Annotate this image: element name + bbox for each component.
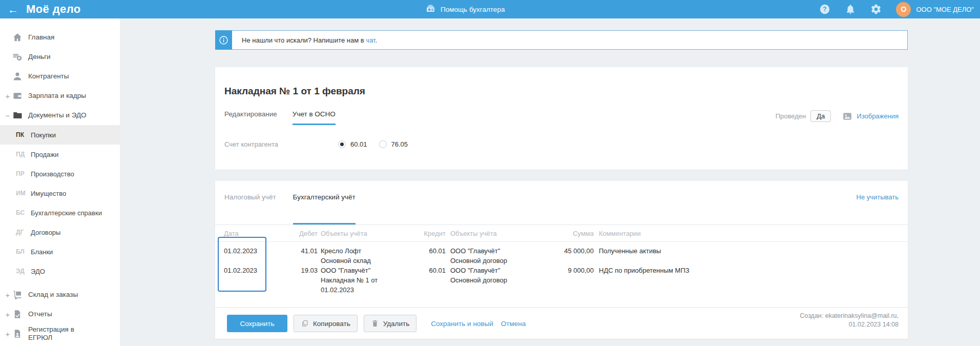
- banner-text: Не нашли что искали? Напишите нам в чат.: [242, 36, 377, 44]
- expand-plus-icon[interactable]: +: [4, 330, 11, 338]
- sidebar: Главная ₽ Деньги Контрагенты + Зарплата …: [0, 18, 120, 346]
- help-icon[interactable]: ?: [819, 4, 830, 15]
- account-radio-7605[interactable]: 76.05: [379, 140, 408, 148]
- wallet-icon: [12, 91, 23, 101]
- posted-label: Проведен: [776, 112, 806, 120]
- app-logo[interactable]: Моё дело: [26, 3, 81, 16]
- report-document-icon: [12, 309, 23, 319]
- created-info: Создан: ekaterinaksylina@mail.ru, 01.02.…: [800, 312, 899, 329]
- person-icon: [12, 71, 23, 82]
- header-left: ← Моё дело: [0, 3, 126, 16]
- sidebar-subitem-purchases[interactable]: ПК Покупки: [0, 125, 120, 145]
- tab-tax-accounting[interactable]: Налоговый учёт: [224, 181, 276, 225]
- sidebar-subitem-contracts[interactable]: ДГ Договоры: [0, 222, 120, 242]
- sidebar-item-reports[interactable]: + Отчеты: [0, 304, 120, 324]
- col-header-comment: Комментарии: [594, 230, 899, 237]
- accounting-card: Налоговый учёт Бухгалтерский учёт Не учи…: [215, 181, 908, 339]
- copy-button[interactable]: Копировать: [294, 315, 358, 332]
- cell-credit: 60.01: [415, 266, 446, 275]
- ignore-link[interactable]: Не учитывать: [857, 193, 899, 201]
- posted-value-badge[interactable]: Да: [810, 110, 831, 122]
- cell-credit-objects: ООО "Главучёт" Основной договор: [446, 246, 533, 266]
- sidebar-item-documents[interactable]: − Документы и ЭДО: [0, 106, 120, 125]
- save-button[interactable]: Сохранить: [227, 315, 287, 332]
- cell-date[interactable]: 01.02.2023: [224, 246, 283, 256]
- sidebar-item-home[interactable]: Главная: [0, 28, 120, 47]
- col-header-amount: Сумма: [533, 230, 594, 237]
- images-link[interactable]: Изображения: [857, 112, 899, 120]
- sidebar-item-money[interactable]: ₽ Деньги: [0, 47, 120, 67]
- accounting-tabs: Налоговый учёт Бухгалтерский учёт Не учи…: [215, 181, 908, 225]
- accountant-help-link[interactable]: Помощь бухгалтера: [425, 0, 505, 18]
- images-icon: [842, 111, 852, 121]
- company-name[interactable]: ООО "МОЕ ДЕЛО": [916, 6, 974, 13]
- document-tabs-row: Редактирование Учет в ОСНО Проведен Да И…: [224, 110, 899, 125]
- col-header-date: Дата: [224, 230, 283, 237]
- sidebar-subitem-forms[interactable]: БЛ Бланки: [0, 242, 120, 261]
- settings-gear-icon[interactable]: [870, 4, 882, 15]
- tab-osno-accounting[interactable]: Учет в ОСНО: [293, 110, 336, 125]
- table-row[interactable]: 01.02.2023 19.03 ООО "Главучёт" Накладна…: [215, 266, 908, 295]
- copy-icon: [301, 319, 309, 328]
- sidebar-subitem-sales[interactable]: ПД Продажи: [0, 145, 120, 164]
- expand-plus-icon[interactable]: +: [4, 310, 11, 319]
- app-shell: Главная ₽ Деньги Контрагенты + Зарплата …: [0, 18, 980, 346]
- sidebar-item-payroll[interactable]: + Зарплата и кадры: [0, 86, 120, 106]
- contractor-account-row: Счет контрагента 60.01 76.05: [224, 140, 899, 148]
- cell-credit-objects: ООО "Главучёт" Основной договор: [446, 266, 533, 285]
- trash-icon: [371, 319, 379, 328]
- col-header-debit: Дебет: [283, 230, 318, 237]
- cell-credit: 60.01: [415, 246, 446, 256]
- col-header-credit: Кредит: [415, 230, 446, 237]
- page-title: Накладная № 1 от 1 февраля: [224, 67, 899, 97]
- cash-register-icon: [425, 3, 436, 15]
- collapse-minus-icon[interactable]: −: [4, 111, 11, 120]
- expand-plus-icon[interactable]: +: [4, 291, 11, 299]
- cancel-link[interactable]: Отмена: [501, 320, 526, 328]
- sidebar-subitem-production[interactable]: ПР Производство: [0, 164, 120, 184]
- delete-button[interactable]: Удалить: [364, 315, 417, 332]
- document-meta: Проведен Да Изображения: [776, 110, 899, 122]
- cell-debit-objects: ООО "Главучёт" Накладная № 1 от 01.02.20…: [318, 266, 415, 295]
- radio-unselected-icon[interactable]: [379, 140, 387, 148]
- sidebar-item-contractors[interactable]: Контрагенты: [0, 67, 120, 86]
- accountant-help-label: Помощь бухгалтера: [441, 6, 505, 13]
- sidebar-subitem-property[interactable]: ИМ Имущество: [0, 184, 120, 203]
- cell-amount: 45 000,00: [533, 246, 594, 256]
- sidebar-subitem-accounting-certificates[interactable]: БС Бухгалтерские справки: [0, 203, 120, 222]
- folder-icon: [12, 110, 23, 120]
- account-radio-6001[interactable]: 60.01: [338, 140, 367, 148]
- cell-date[interactable]: 01.02.2023: [224, 266, 283, 275]
- table-header-row: Дата Дебет Объекты учёта Кредит Объекты …: [215, 225, 908, 242]
- table-row[interactable]: 01.02.2023 41.01 Кресло Лофт Основной ск…: [215, 246, 908, 266]
- document-card: Накладная № 1 от 1 февраля Редактировани…: [215, 67, 908, 170]
- cell-amount: 9 000,00: [533, 266, 594, 275]
- chat-link[interactable]: чат: [366, 36, 375, 44]
- info-icon: [215, 30, 232, 50]
- expand-plus-icon[interactable]: +: [4, 92, 11, 100]
- cell-comment: Полученные активы: [594, 246, 899, 256]
- cell-debit: 19.03: [283, 266, 318, 275]
- sidebar-subitem-edo[interactable]: ЭД ЭДО: [0, 261, 120, 281]
- top-header: ← Моё дело Помощь бухгалтера ? O ООО "МО…: [0, 0, 980, 18]
- home-icon: [12, 32, 23, 43]
- contractor-account-label: Счет контрагента: [224, 140, 338, 148]
- cell-debit-objects: Кресло Лофт Основной склад: [318, 246, 415, 266]
- cell-comment: НДС по приобретенным МПЗ: [594, 266, 899, 275]
- cell-debit: 41.01: [283, 246, 318, 256]
- table-body: 01.02.2023 41.01 Кресло Лофт Основной ск…: [215, 242, 908, 308]
- col-header-credit-objects: Объекты учёта: [446, 230, 533, 237]
- tab-editing[interactable]: Редактирование: [224, 110, 277, 125]
- radio-selected-icon[interactable]: [338, 140, 346, 148]
- save-and-new-link[interactable]: Сохранить и новый: [431, 320, 493, 328]
- svg-text:?: ?: [823, 6, 827, 13]
- sidebar-item-warehouse[interactable]: + Склад и заказы: [0, 285, 120, 304]
- user-avatar[interactable]: O: [896, 2, 911, 17]
- info-banner: Не нашли что искали? Напишите нам в чат.: [215, 30, 908, 50]
- sidebar-item-registration[interactable]: + Регистрация в ЕГРЮЛ: [0, 324, 120, 343]
- main-content: Не нашли что искали? Напишите нам в чат.…: [120, 18, 980, 346]
- svg-text:₽: ₽: [18, 56, 20, 60]
- back-arrow-icon[interactable]: ←: [8, 4, 18, 15]
- notifications-bell-icon[interactable]: [845, 4, 856, 15]
- tab-book-accounting[interactable]: Бухгалтерский учёт: [293, 181, 356, 225]
